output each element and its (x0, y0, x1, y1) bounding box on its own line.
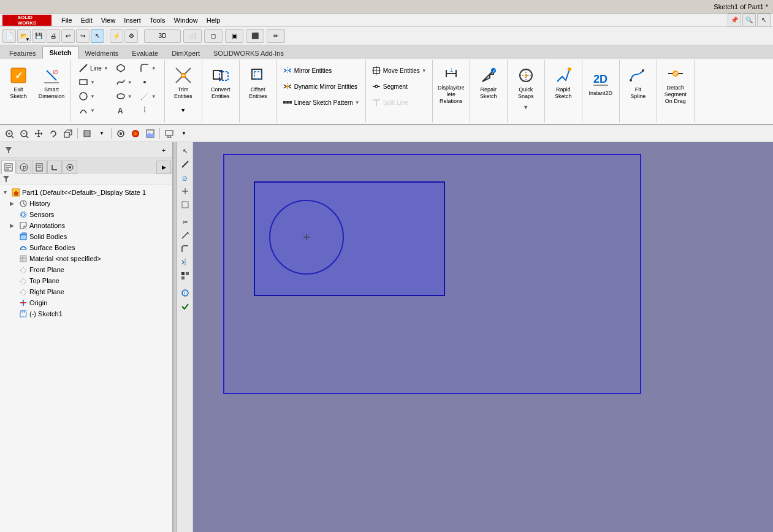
quick-snaps-button[interactable]: QuickSnaps (510, 61, 542, 104)
rebuild-button[interactable]: ⚡ (110, 29, 123, 43)
menu-edit[interactable]: Edit (77, 15, 96, 25)
extend-tool[interactable] (179, 229, 191, 241)
trim-dropdown[interactable]: ▼ (177, 105, 189, 115)
wire-btn[interactable]: ▣ (225, 29, 243, 43)
tree-origin-item[interactable]: Origin (0, 297, 172, 308)
redo-button[interactable]: ↪ (76, 29, 89, 43)
print-button[interactable]: 🖨 (47, 29, 60, 43)
zoom-out-button[interactable] (17, 127, 31, 140)
menu-window[interactable]: Window (170, 15, 202, 25)
pan-button[interactable] (32, 127, 45, 140)
mirror-entities-button[interactable]: Mirror Entities (280, 64, 363, 77)
tab-config-manager[interactable] (32, 161, 47, 174)
select-tool[interactable]: ↖ (179, 145, 191, 157)
arrow-cursor-button[interactable]: ↖ (757, 13, 771, 27)
split-line-button[interactable]: Split Line (368, 96, 430, 109)
mirror-tool[interactable] (179, 256, 191, 268)
construction-button[interactable]: ▼ (137, 89, 159, 103)
hide-relations-tool[interactable] (179, 199, 191, 211)
expand-button[interactable]: + (158, 144, 170, 156)
monitor-button[interactable] (162, 127, 176, 140)
open-button[interactable]: 📂▼ (17, 29, 31, 43)
tab-dim-xpert-manager[interactable] (47, 161, 62, 174)
cube-btn[interactable]: ⬜ (183, 29, 202, 43)
tab-display-manager[interactable] (63, 161, 77, 174)
pattern-tool[interactable] (179, 270, 191, 282)
tree-front-plane-item[interactable]: Front Plane (0, 264, 172, 275)
tab-dimxpert[interactable]: DimXpert (165, 47, 207, 59)
smart-dimension-button[interactable]: ∅ SmartDimension (36, 61, 67, 104)
rect-button[interactable]: ▼ (75, 75, 112, 89)
sketch-btn[interactable]: ✏ (267, 29, 285, 43)
display-dropdown[interactable]: ▼ (95, 127, 109, 140)
sketch-line-tool[interactable] (179, 158, 191, 170)
display-style-button[interactable] (80, 127, 94, 140)
sketch-fillet-tool[interactable] (179, 243, 191, 255)
sketch-rectangle[interactable] (254, 182, 444, 295)
tree-right-plane-item[interactable]: Right Plane (0, 286, 172, 297)
menu-insert[interactable]: Insert (120, 15, 145, 25)
tree-annotations-item[interactable]: ▶ Annotations (0, 220, 172, 231)
move-entities-button[interactable]: Move Entities ▼ (368, 64, 430, 77)
view-orientation-button[interactable] (61, 127, 75, 140)
search-button[interactable]: 🔍 (742, 13, 756, 27)
text-button[interactable]: A (113, 104, 135, 117)
menu-help[interactable]: Help (203, 15, 224, 25)
tree-sketch1-item[interactable]: (-) Sketch1 (0, 308, 172, 319)
display-delete-relations-button[interactable]: ⊥ Display/DeleteRelations (435, 61, 467, 107)
new-button[interactable]: 📄 (2, 29, 16, 43)
dimension-tool[interactable]: ∅ (179, 172, 191, 184)
save-button[interactable]: 💾 (32, 29, 45, 43)
arc-button[interactable]: ▼ (75, 104, 112, 117)
point-button[interactable] (137, 75, 159, 89)
dynamic-mirror-button[interactable]: Dynamic Mirror Entities (280, 80, 363, 93)
centerline-button[interactable] (137, 104, 159, 117)
relations-tool[interactable] (179, 185, 191, 197)
exit-sketch-button[interactable]: ✓ ExitSketch (2, 61, 34, 104)
line-button[interactable]: Line ▼ (75, 61, 112, 75)
tree-surface-bodies-item[interactable]: Surface Bodies (0, 242, 172, 253)
circle-button[interactable]: ▼ (75, 89, 112, 103)
filter-button[interactable] (2, 144, 15, 156)
options-button[interactable]: ⚙ (124, 29, 138, 43)
solid-btn[interactable]: ⬛ (246, 29, 264, 43)
instant2d-button[interactable]: 2D Instant2D (585, 61, 617, 104)
pin-button[interactable]: 📌 (728, 13, 741, 27)
tree-sensors-item[interactable]: Sensors (0, 209, 172, 220)
tab-features[interactable]: Features (2, 47, 42, 59)
spline-button[interactable]: ▼ (113, 75, 135, 89)
iso-btn[interactable]: ◻ (204, 29, 223, 43)
hide-show-button[interactable] (114, 127, 128, 140)
linear-pattern-button[interactable]: Linear Sketch Pattern ▼ (280, 96, 363, 109)
menu-file[interactable]: File (58, 15, 76, 25)
offset-entities-button[interactable]: OffsetEntities (242, 61, 274, 104)
tab-next[interactable]: ▶ (156, 161, 171, 174)
segment-button[interactable]: Segment (368, 80, 430, 93)
repair-sketch-button[interactable]: ✓ RepairSketch (473, 61, 505, 104)
tab-property-manager[interactable]: P (17, 161, 31, 174)
convert-entities-button[interactable]: ConvertEntities (205, 61, 237, 104)
rotate-button[interactable] (47, 127, 60, 140)
ellipse-button[interactable]: ▼ (113, 89, 135, 103)
fit-spline-button[interactable]: FitSpline (622, 61, 654, 104)
sketch-viewport[interactable] (193, 142, 773, 532)
display-status-tool[interactable]: ! (179, 287, 191, 299)
undo-button[interactable]: ↩ (61, 29, 75, 43)
tab-addins[interactable]: SOLIDWORKS Add-Ins (207, 47, 291, 59)
zoom-fit-button[interactable] (2, 127, 16, 140)
fully-define-tool[interactable] (179, 300, 191, 313)
fillet-button[interactable]: ▼ (137, 61, 159, 75)
menu-view[interactable]: View (97, 15, 120, 25)
trim-tool[interactable]: ✂ (179, 216, 191, 228)
3d-view-btn[interactable]: 3D (144, 29, 181, 43)
select-button[interactable]: ↖ (91, 29, 104, 43)
rapid-sketch-button[interactable]: RapidSketch (547, 61, 579, 104)
scenes-button[interactable] (143, 127, 157, 140)
tree-solid-bodies-item[interactable]: Solid Bodies (0, 231, 172, 242)
tab-evaluate[interactable]: Evaluate (125, 47, 165, 59)
trim-entities-button[interactable]: TrimEntities (167, 61, 199, 104)
tree-root-item[interactable]: ▼ ⬟ Part1 (Default<<Default>_Display Sta… (0, 187, 172, 198)
tab-weldments[interactable]: Weldments (78, 47, 126, 59)
menu-tools[interactable]: Tools (146, 15, 169, 25)
tree-history-item[interactable]: ▶ History (0, 198, 172, 209)
